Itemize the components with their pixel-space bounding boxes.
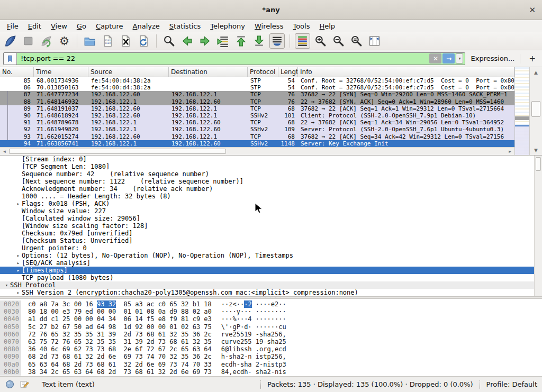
start-capture-button[interactable] — [3, 33, 18, 49]
menu-analyze[interactable]: Analyze — [128, 22, 165, 31]
go-last-button[interactable] — [251, 33, 267, 49]
menu-statistics[interactable]: Statistics — [165, 22, 205, 31]
go-to-packet-button[interactable] — [215, 33, 231, 49]
restart-capture-button[interactable] — [39, 33, 54, 49]
expander-icon[interactable]: ▸ — [15, 252, 22, 259]
hex-row-0060[interactable]: 006072 76 65 32 35 35 31 39 2d 73 68 61 … — [0, 331, 542, 338]
column-header-destination[interactable]: Destination — [169, 67, 248, 77]
packet-row-91[interactable]: 9171.648789678192.168.122.1192.168.122.6… — [0, 119, 514, 126]
packet-row-87[interactable]: 8771.647777234192.168.122.60192.168.122.… — [0, 91, 514, 98]
detail-line[interactable]: [TCP Segment Len: 1080] — [0, 163, 542, 170]
menu-go[interactable]: Go — [72, 22, 91, 31]
expert-info-icon[interactable] — [5, 379, 15, 389]
hex-row-0040[interactable]: 0040a1 dd c1 25 00 00 04 34 06 14 f5 e8 … — [0, 315, 542, 323]
detail-line[interactable]: ▾SSH Protocol — [0, 281, 542, 289]
detail-line[interactable]: [Stream index: 0] — [0, 156, 542, 163]
close-window-button[interactable]: ✕ — [529, 5, 536, 15]
details-scrollbar-thumb[interactable] — [536, 157, 541, 171]
filter-bookmark-button[interactable] — [4, 53, 17, 65]
hex-row-0080[interactable]: 008036 40 6c 69 62 73 73 68 2e 6f 72 67 … — [0, 345, 542, 353]
packet-row-89[interactable]: 8971.648191037192.168.122.60192.168.122.… — [0, 105, 514, 112]
close-file-button[interactable] — [118, 33, 133, 49]
menu-file[interactable]: File — [2, 22, 23, 31]
detail-line[interactable]: Checksum: 0x79ed [unverified] — [0, 230, 542, 237]
hex-row-0050[interactable]: 00505c 27 b2 67 50 ad 64 98 1d 92 00 00 … — [0, 323, 542, 331]
detail-line[interactable]: Window size value: 227 — [0, 207, 542, 215]
detail-line[interactable]: Acknowledgment number: 34 (relative ack … — [0, 185, 542, 193]
colorize-button[interactable] — [295, 33, 310, 49]
menu-telephony[interactable]: Telephony — [205, 22, 250, 31]
detail-line[interactable]: ▸[Timestamps] — [0, 267, 542, 274]
filter-text[interactable]: !tcp.port == 22 — [17, 54, 429, 62]
packet-row-85[interactable]: 8568.001734936fe:54:00:d4:38:2aSTP54Conf… — [0, 77, 514, 84]
detail-line[interactable]: [Checksum Status: Unverified] — [0, 237, 542, 244]
add-filter-button[interactable]: + — [526, 54, 539, 63]
expander-icon[interactable]: ▸ — [15, 259, 22, 267]
detail-line[interactable]: [Window size scaling factor: 128] — [0, 222, 542, 230]
scroll-left-icon[interactable]: ◂ — [1, 148, 8, 155]
auto-scroll-button[interactable] — [269, 33, 285, 49]
expander-icon[interactable]: ▸ — [15, 267, 22, 274]
menu-help[interactable]: Help — [314, 22, 340, 31]
hex-row-00a0[interactable]: 00a065 63 64 68 2d 73 68 61 32 2d 6e 69 … — [0, 361, 542, 368]
detail-line[interactable]: ▸SSH Version 2 (encryption:chacha20-poly… — [0, 289, 542, 296]
column-header-protocol[interactable]: Protocol — [248, 67, 278, 77]
hex-row-0030[interactable]: 003080 18 00 e3 79 ed 00 00 01 01 08 0a … — [0, 308, 542, 315]
hex-row-00b0[interactable]: 00b038 34 2c 65 63 64 68 2d 73 68 61 32 … — [0, 368, 542, 376]
capture-comment-icon[interactable] — [20, 379, 30, 389]
detail-line[interactable]: 1000 .... = Header Length: 32 bytes (8) — [0, 193, 542, 200]
go-forward-button[interactable] — [197, 33, 213, 49]
vertical-scrollbar[interactable]: ▲ ▼ — [529, 67, 542, 155]
packet-list-minimap[interactable] — [514, 67, 529, 155]
detail-line[interactable]: TCP payload (1080 bytes) — [0, 274, 542, 281]
profile-text[interactable]: Profile: Default — [486, 380, 537, 388]
hex-row-0020[interactable]: 0020c0 a8 7a 3c 00 16 93 32 85 a3 ac c0 … — [0, 300, 542, 308]
capture-options-button[interactable]: ⚙ — [57, 33, 72, 49]
scroll-down-icon[interactable]: ▼ — [530, 146, 542, 154]
open-file-button[interactable] — [82, 33, 97, 49]
save-file-button[interactable]: 01010110 — [100, 33, 115, 49]
resize-columns-button[interactable] — [367, 33, 382, 49]
display-filter-input[interactable]: !tcp.port == 22 ✕ → ▾ — [3, 52, 465, 65]
column-header-no[interactable]: No. — [0, 67, 34, 77]
go-back-button[interactable] — [179, 33, 195, 49]
packet-row-92[interactable]: 9271.661949820192.168.122.1192.168.122.6… — [0, 126, 514, 133]
column-header-time[interactable]: Time — [34, 67, 88, 77]
column-header-length[interactable]: Length — [278, 67, 298, 77]
horizontal-scrollbar[interactable]: ◂ ▸ — [0, 147, 514, 155]
filter-clear-button[interactable]: ✕ — [429, 53, 441, 63]
zoom-reset-button[interactable] — [349, 33, 364, 49]
detail-line[interactable]: [Next sequence number: 1122 (relative se… — [0, 178, 542, 185]
column-header-info[interactable]: Info — [298, 67, 514, 77]
menu-capture[interactable]: Capture — [91, 22, 128, 31]
expander-icon[interactable]: ▾ — [3, 281, 10, 289]
vertical-scrollbar-thumb[interactable] — [531, 101, 540, 117]
title-bar[interactable]: *any ✕ — [0, 0, 542, 20]
hex-row-0070[interactable]: 007063 75 72 76 65 32 35 35 31 39 2d 73 … — [0, 338, 542, 345]
detail-line[interactable]: [Calculated window size: 29056] — [0, 215, 542, 222]
packet-row-90[interactable]: 9071.648618924192.168.122.60192.168.122.… — [0, 112, 514, 119]
expander-icon[interactable]: ▸ — [15, 200, 22, 207]
detail-line[interactable]: Urgent pointer: 0 — [0, 244, 542, 252]
packet-row-88[interactable]: 8871.648146932192.168.122.1192.168.122.6… — [0, 98, 514, 105]
packet-row-94[interactable]: 9471.663856741192.168.122.1192.168.122.6… — [0, 140, 514, 147]
zoom-in-button[interactable] — [313, 33, 328, 49]
menu-edit[interactable]: Edit — [23, 22, 46, 31]
filter-dropdown-button[interactable]: ▾ — [456, 53, 463, 63]
menu-tools[interactable]: Tools — [288, 22, 314, 31]
detail-line[interactable]: Sequence number: 42 (relative sequence n… — [0, 170, 542, 178]
scroll-up-icon[interactable]: ▲ — [530, 68, 542, 76]
packet-row-86[interactable]: 8670.013850163fe:54:00:d4:38:2aSTP54Conf… — [0, 84, 514, 91]
reload-file-button[interactable] — [136, 33, 151, 49]
detail-line[interactable]: ▸Flags: 0x018 (PSH, ACK) — [0, 200, 542, 207]
column-header-source[interactable]: Source — [88, 67, 169, 77]
packet-row-93[interactable]: 9371.662015274192.168.122.60192.168.122.… — [0, 133, 514, 140]
go-first-button[interactable] — [233, 33, 249, 49]
filter-apply-button[interactable]: → — [442, 53, 455, 63]
hex-row-0090[interactable]: 009068 2d 73 68 61 32 2d 6e 69 73 74 70 … — [0, 353, 542, 360]
menu-view[interactable]: View — [46, 22, 72, 31]
zoom-out-button[interactable] — [331, 33, 346, 49]
detail-line[interactable]: ▸Options: (12 bytes), No-Operation (NOP)… — [0, 252, 542, 259]
horizontal-scrollbar-thumb[interactable] — [9, 149, 226, 154]
expression-button[interactable]: Expression... — [471, 54, 514, 62]
